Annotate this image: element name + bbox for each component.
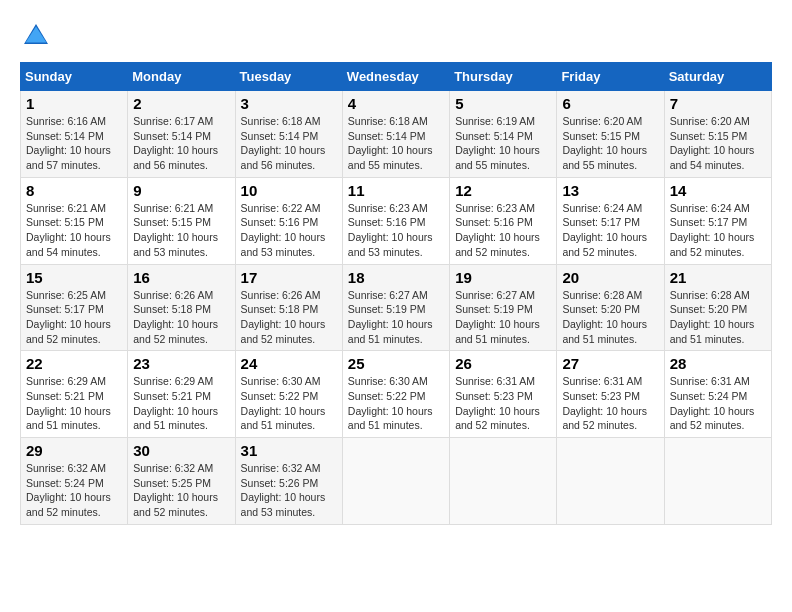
day-info: Sunrise: 6:24 AM Sunset: 5:17 PM Dayligh…	[562, 201, 658, 260]
day-number: 15	[26, 269, 122, 286]
calendar-header-row: SundayMondayTuesdayWednesdayThursdayFrid…	[21, 63, 772, 91]
calendar-cell: 24Sunrise: 6:30 AM Sunset: 5:22 PM Dayli…	[235, 351, 342, 438]
day-info: Sunrise: 6:18 AM Sunset: 5:14 PM Dayligh…	[348, 114, 444, 173]
page-header	[20, 20, 772, 52]
calendar-header-sunday: Sunday	[21, 63, 128, 91]
calendar-header-monday: Monday	[128, 63, 235, 91]
logo-icon	[20, 20, 52, 52]
day-number: 21	[670, 269, 766, 286]
day-number: 2	[133, 95, 229, 112]
calendar-cell: 25Sunrise: 6:30 AM Sunset: 5:22 PM Dayli…	[342, 351, 449, 438]
day-number: 14	[670, 182, 766, 199]
calendar-cell: 9Sunrise: 6:21 AM Sunset: 5:15 PM Daylig…	[128, 177, 235, 264]
day-info: Sunrise: 6:23 AM Sunset: 5:16 PM Dayligh…	[348, 201, 444, 260]
day-info: Sunrise: 6:27 AM Sunset: 5:19 PM Dayligh…	[455, 288, 551, 347]
calendar-cell: 4Sunrise: 6:18 AM Sunset: 5:14 PM Daylig…	[342, 91, 449, 178]
day-number: 1	[26, 95, 122, 112]
day-info: Sunrise: 6:30 AM Sunset: 5:22 PM Dayligh…	[348, 374, 444, 433]
day-info: Sunrise: 6:32 AM Sunset: 5:26 PM Dayligh…	[241, 461, 337, 520]
day-number: 25	[348, 355, 444, 372]
day-info: Sunrise: 6:21 AM Sunset: 5:15 PM Dayligh…	[26, 201, 122, 260]
day-number: 24	[241, 355, 337, 372]
day-number: 22	[26, 355, 122, 372]
day-number: 13	[562, 182, 658, 199]
day-info: Sunrise: 6:21 AM Sunset: 5:15 PM Dayligh…	[133, 201, 229, 260]
calendar-cell: 14Sunrise: 6:24 AM Sunset: 5:17 PM Dayli…	[664, 177, 771, 264]
day-number: 20	[562, 269, 658, 286]
day-info: Sunrise: 6:32 AM Sunset: 5:25 PM Dayligh…	[133, 461, 229, 520]
calendar-cell: 5Sunrise: 6:19 AM Sunset: 5:14 PM Daylig…	[450, 91, 557, 178]
calendar-cell: 30Sunrise: 6:32 AM Sunset: 5:25 PM Dayli…	[128, 438, 235, 525]
calendar-table: SundayMondayTuesdayWednesdayThursdayFrid…	[20, 62, 772, 525]
calendar-cell: 15Sunrise: 6:25 AM Sunset: 5:17 PM Dayli…	[21, 264, 128, 351]
day-info: Sunrise: 6:24 AM Sunset: 5:17 PM Dayligh…	[670, 201, 766, 260]
day-number: 5	[455, 95, 551, 112]
calendar-cell	[664, 438, 771, 525]
day-number: 28	[670, 355, 766, 372]
day-info: Sunrise: 6:29 AM Sunset: 5:21 PM Dayligh…	[26, 374, 122, 433]
day-info: Sunrise: 6:16 AM Sunset: 5:14 PM Dayligh…	[26, 114, 122, 173]
day-info: Sunrise: 6:32 AM Sunset: 5:24 PM Dayligh…	[26, 461, 122, 520]
calendar-cell: 13Sunrise: 6:24 AM Sunset: 5:17 PM Dayli…	[557, 177, 664, 264]
day-info: Sunrise: 6:20 AM Sunset: 5:15 PM Dayligh…	[562, 114, 658, 173]
day-number: 30	[133, 442, 229, 459]
day-info: Sunrise: 6:23 AM Sunset: 5:16 PM Dayligh…	[455, 201, 551, 260]
calendar-cell: 27Sunrise: 6:31 AM Sunset: 5:23 PM Dayli…	[557, 351, 664, 438]
day-number: 7	[670, 95, 766, 112]
calendar-header-wednesday: Wednesday	[342, 63, 449, 91]
day-number: 8	[26, 182, 122, 199]
day-number: 12	[455, 182, 551, 199]
day-info: Sunrise: 6:22 AM Sunset: 5:16 PM Dayligh…	[241, 201, 337, 260]
day-info: Sunrise: 6:28 AM Sunset: 5:20 PM Dayligh…	[562, 288, 658, 347]
day-info: Sunrise: 6:20 AM Sunset: 5:15 PM Dayligh…	[670, 114, 766, 173]
calendar-cell: 29Sunrise: 6:32 AM Sunset: 5:24 PM Dayli…	[21, 438, 128, 525]
calendar-cell	[342, 438, 449, 525]
day-info: Sunrise: 6:29 AM Sunset: 5:21 PM Dayligh…	[133, 374, 229, 433]
calendar-cell: 28Sunrise: 6:31 AM Sunset: 5:24 PM Dayli…	[664, 351, 771, 438]
day-info: Sunrise: 6:25 AM Sunset: 5:17 PM Dayligh…	[26, 288, 122, 347]
day-number: 19	[455, 269, 551, 286]
calendar-cell: 3Sunrise: 6:18 AM Sunset: 5:14 PM Daylig…	[235, 91, 342, 178]
day-number: 18	[348, 269, 444, 286]
day-number: 6	[562, 95, 658, 112]
day-info: Sunrise: 6:30 AM Sunset: 5:22 PM Dayligh…	[241, 374, 337, 433]
day-number: 16	[133, 269, 229, 286]
calendar-week-row-1: 1Sunrise: 6:16 AM Sunset: 5:14 PM Daylig…	[21, 91, 772, 178]
calendar-cell: 23Sunrise: 6:29 AM Sunset: 5:21 PM Dayli…	[128, 351, 235, 438]
calendar-header-thursday: Thursday	[450, 63, 557, 91]
calendar-cell: 26Sunrise: 6:31 AM Sunset: 5:23 PM Dayli…	[450, 351, 557, 438]
calendar-header-tuesday: Tuesday	[235, 63, 342, 91]
day-number: 9	[133, 182, 229, 199]
day-number: 27	[562, 355, 658, 372]
day-info: Sunrise: 6:27 AM Sunset: 5:19 PM Dayligh…	[348, 288, 444, 347]
day-info: Sunrise: 6:19 AM Sunset: 5:14 PM Dayligh…	[455, 114, 551, 173]
calendar-cell: 10Sunrise: 6:22 AM Sunset: 5:16 PM Dayli…	[235, 177, 342, 264]
day-number: 3	[241, 95, 337, 112]
day-info: Sunrise: 6:28 AM Sunset: 5:20 PM Dayligh…	[670, 288, 766, 347]
calendar-cell: 1Sunrise: 6:16 AM Sunset: 5:14 PM Daylig…	[21, 91, 128, 178]
day-info: Sunrise: 6:26 AM Sunset: 5:18 PM Dayligh…	[241, 288, 337, 347]
day-info: Sunrise: 6:26 AM Sunset: 5:18 PM Dayligh…	[133, 288, 229, 347]
day-info: Sunrise: 6:31 AM Sunset: 5:23 PM Dayligh…	[562, 374, 658, 433]
calendar-cell: 16Sunrise: 6:26 AM Sunset: 5:18 PM Dayli…	[128, 264, 235, 351]
calendar-week-row-3: 15Sunrise: 6:25 AM Sunset: 5:17 PM Dayli…	[21, 264, 772, 351]
calendar-cell: 8Sunrise: 6:21 AM Sunset: 5:15 PM Daylig…	[21, 177, 128, 264]
day-number: 23	[133, 355, 229, 372]
calendar-week-row-5: 29Sunrise: 6:32 AM Sunset: 5:24 PM Dayli…	[21, 438, 772, 525]
calendar-cell: 20Sunrise: 6:28 AM Sunset: 5:20 PM Dayli…	[557, 264, 664, 351]
calendar-header-saturday: Saturday	[664, 63, 771, 91]
day-number: 31	[241, 442, 337, 459]
calendar-cell: 2Sunrise: 6:17 AM Sunset: 5:14 PM Daylig…	[128, 91, 235, 178]
calendar-header-friday: Friday	[557, 63, 664, 91]
day-number: 29	[26, 442, 122, 459]
day-number: 10	[241, 182, 337, 199]
calendar-cell: 11Sunrise: 6:23 AM Sunset: 5:16 PM Dayli…	[342, 177, 449, 264]
day-number: 26	[455, 355, 551, 372]
calendar-cell: 17Sunrise: 6:26 AM Sunset: 5:18 PM Dayli…	[235, 264, 342, 351]
svg-marker-1	[26, 26, 47, 42]
calendar-cell	[450, 438, 557, 525]
day-info: Sunrise: 6:31 AM Sunset: 5:24 PM Dayligh…	[670, 374, 766, 433]
day-number: 11	[348, 182, 444, 199]
day-info: Sunrise: 6:17 AM Sunset: 5:14 PM Dayligh…	[133, 114, 229, 173]
calendar-cell: 6Sunrise: 6:20 AM Sunset: 5:15 PM Daylig…	[557, 91, 664, 178]
